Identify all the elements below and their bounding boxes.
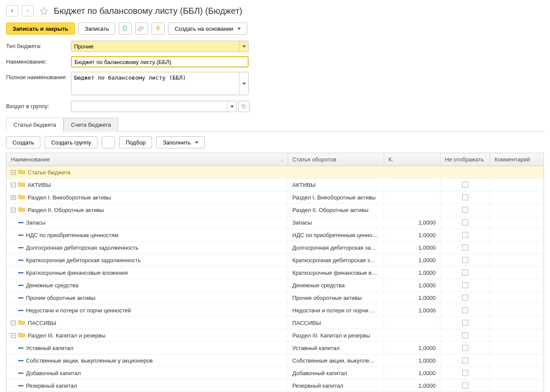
row-comment xyxy=(490,254,544,266)
table-row[interactable]: Резервный капиталРезервный капитал1,0000 xyxy=(6,379,544,392)
tab-budget-accounts[interactable]: Счета бюджета xyxy=(64,118,119,132)
row-hide-checkbox[interactable] xyxy=(462,207,468,213)
row-hide-checkbox[interactable] xyxy=(462,345,468,351)
budget-type-field[interactable] xyxy=(71,41,249,52)
row-hide-checkbox[interactable] xyxy=(462,370,468,376)
row-hide-checkbox[interactable] xyxy=(462,332,468,338)
row-turnover: Раздел I. Внеоборотные активы xyxy=(288,191,384,203)
row-turnover: Собственные акции, выкупле… xyxy=(288,354,384,366)
grid-create-group-button[interactable]: Создать группу xyxy=(45,136,97,148)
row-name: Статьи бюджета xyxy=(28,169,71,176)
row-hide-checkbox[interactable] xyxy=(462,270,468,276)
grid-fill-button[interactable]: Заполнить xyxy=(156,136,205,148)
row-hide-checkbox[interactable] xyxy=(462,307,468,313)
tree-toggle[interactable]: − xyxy=(11,208,16,212)
favorite-star-icon[interactable] xyxy=(39,6,49,16)
table-row[interactable]: Краткосрочная дебиторская задолженностьК… xyxy=(6,254,544,267)
table-row[interactable]: Прочие оборотные активыПрочие оборотные … xyxy=(6,292,544,304)
table-row[interactable]: −Раздел II. Оборотные активыРаздел II. О… xyxy=(6,204,544,216)
table-row[interactable]: Недостачи и потери от порчи ценностейНед… xyxy=(6,304,544,317)
folder-icon xyxy=(18,319,25,326)
create-based-on-label: Создать на основании xyxy=(175,26,233,32)
tab-budget-items[interactable]: Статьи бюджета xyxy=(6,118,64,132)
hint-button[interactable] xyxy=(152,22,165,35)
row-hide-checkbox[interactable] xyxy=(462,244,468,251)
row-comment xyxy=(490,179,544,191)
table-row[interactable]: НДС по приобретенным ценностямНДС по при… xyxy=(6,229,544,241)
grid-refresh-button[interactable] xyxy=(102,136,115,148)
table-row[interactable]: −Раздел III. Капитал и резервыРаздел III… xyxy=(6,329,544,342)
table-row[interactable]: Добавочный капиталДобавочный капитал1,00… xyxy=(6,367,544,379)
row-k: 1,0000 xyxy=(384,216,440,228)
full-name-field[interactable] xyxy=(71,72,249,95)
nav-forward-button[interactable] xyxy=(22,5,34,16)
save-button[interactable]: Записать xyxy=(78,22,116,35)
grid-header-k[interactable]: К. xyxy=(384,153,440,166)
row-turnover: Прочие оборотные активы xyxy=(288,292,384,304)
in-group-label: Входит в группу: xyxy=(6,101,71,109)
item-icon xyxy=(18,272,23,273)
row-comment xyxy=(490,241,544,254)
row-hide-checkbox[interactable] xyxy=(462,232,468,238)
open-external-icon xyxy=(241,103,247,109)
nav-back-button[interactable] xyxy=(6,5,18,16)
row-turnover: Недостачи и потери от порчи … xyxy=(288,304,384,316)
row-name: ПАССИВЫ xyxy=(28,320,56,326)
full-name-dropdown-icon[interactable] xyxy=(239,72,249,95)
grid-header-turnover[interactable]: Статья оборотов xyxy=(288,153,384,166)
row-turnover: Краткосрочные финансовые в… xyxy=(288,267,384,279)
attach-button[interactable] xyxy=(135,22,148,35)
row-hide-checkbox[interactable] xyxy=(462,382,468,389)
folder-icon xyxy=(18,194,25,201)
create-based-on-button[interactable]: Создать на основании xyxy=(168,22,247,35)
tree-toggle[interactable]: − xyxy=(11,333,16,338)
table-row[interactable]: −ПАССИВЫПАССИВЫ xyxy=(6,317,544,329)
save-and-close-button[interactable]: Записать и закрыть xyxy=(6,22,75,35)
row-hide-checkbox[interactable] xyxy=(462,295,468,301)
in-group-open-button[interactable] xyxy=(238,101,249,112)
row-hide-checkbox[interactable] xyxy=(462,182,468,188)
grid-create-button[interactable]: Создать xyxy=(6,136,40,148)
row-k: 1,0000 xyxy=(384,354,440,366)
row-hide-checkbox[interactable] xyxy=(462,194,468,200)
row-name: Краткосрочная дебиторская задолженность xyxy=(26,257,141,263)
table-row[interactable]: Денежные средстваДенежные средства1,0000 xyxy=(6,279,544,292)
report-button[interactable] xyxy=(119,22,132,35)
budget-type-dropdown-icon[interactable] xyxy=(239,41,249,52)
in-group-field[interactable] xyxy=(71,101,236,112)
table-row[interactable]: −Статьи бюджета xyxy=(6,166,544,179)
row-name: Раздел III. Капитал и резервы xyxy=(28,332,106,339)
name-field[interactable] xyxy=(71,56,249,67)
in-group-dropdown-icon[interactable] xyxy=(227,101,236,112)
row-hide-checkbox[interactable] xyxy=(462,357,468,363)
table-row[interactable]: Краткосрочные финансовые вложенияКраткос… xyxy=(6,267,544,279)
row-name: АКТИВЫ xyxy=(28,182,51,188)
table-row[interactable]: ЗапасыЗапасы1,0000 xyxy=(6,216,544,229)
table-row[interactable]: +Раздел I. Внеоборотные активыРаздел I. … xyxy=(6,191,544,204)
table-row[interactable]: Собственные акции, выкупленные у акционе… xyxy=(6,354,544,367)
row-hide-checkbox[interactable] xyxy=(462,257,468,263)
tree-toggle[interactable]: − xyxy=(11,183,16,187)
table-row[interactable]: Уставный капиталУставный капитал1,0000 xyxy=(6,342,544,354)
row-hide-checkbox[interactable] xyxy=(462,320,468,326)
svg-rect-2 xyxy=(243,106,246,108)
row-turnover: Добавочный капитал xyxy=(288,367,384,379)
row-k xyxy=(384,191,440,203)
row-comment xyxy=(490,367,544,379)
row-hide-checkbox[interactable] xyxy=(462,219,468,225)
row-name: Денежные средства xyxy=(26,282,78,289)
table-row[interactable]: Долгосрочная дебиторская задолженностьДо… xyxy=(6,241,544,254)
tree-toggle[interactable]: − xyxy=(11,321,16,325)
tree-toggle[interactable]: + xyxy=(11,195,16,200)
grid-header-name[interactable]: Наименование↓ xyxy=(6,153,288,166)
tree-toggle[interactable]: − xyxy=(11,170,16,175)
row-comment xyxy=(490,216,544,228)
item-icon xyxy=(18,247,23,248)
grid-header-hide[interactable]: Не отображать xyxy=(440,153,490,166)
table-row[interactable]: −АКТИВЫАКТИВЫ xyxy=(6,179,544,191)
row-hide-checkbox[interactable] xyxy=(462,282,468,288)
row-name: Долгосрочная дебиторская задолженность xyxy=(26,244,139,251)
row-k: 1,0000 xyxy=(384,342,440,354)
grid-header-comment[interactable]: Комментарий xyxy=(490,153,544,166)
grid-select-button[interactable]: Подбор xyxy=(119,136,152,148)
